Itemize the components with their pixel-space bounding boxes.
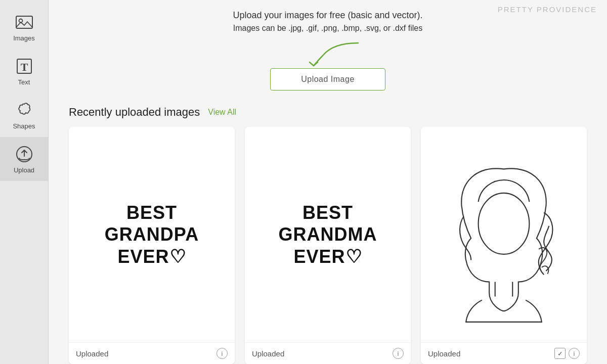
svg-rect-0 xyxy=(16,16,32,28)
card-girl-content xyxy=(421,127,587,342)
text-icon: T xyxy=(14,56,34,76)
brand-name: PRETTY PROVIDENCE xyxy=(498,5,597,14)
arrow-decoration xyxy=(49,38,607,68)
shapes-icon xyxy=(14,100,34,120)
image-card-grandma: BESTGRANDMAEVER♡ Uploaded i xyxy=(245,127,411,364)
sidebar: Images T Text Shapes Upload xyxy=(0,0,49,364)
sidebar-item-images[interactable]: Images xyxy=(0,5,48,49)
view-all-link[interactable]: View All xyxy=(208,108,236,117)
card-grandpa-content: BESTGRANDPAEVER♡ xyxy=(69,127,235,342)
upload-icon xyxy=(14,144,34,164)
card-girl-footer: Uploaded ✓ i xyxy=(421,342,587,364)
grandma-text: BESTGRANDMAEVER♡ xyxy=(279,202,377,267)
girl-svg xyxy=(431,137,577,332)
card-grandma-content: BESTGRANDMAEVER♡ xyxy=(245,127,411,342)
card-girl-footer-icons: ✓ i xyxy=(554,348,580,359)
image-card-girl: Uploaded ✓ i xyxy=(421,127,587,364)
card-grandpa-footer: Uploaded i xyxy=(69,342,235,364)
image-grid: BESTGRANDPAEVER♡ Uploaded i BESTGRANDMAE… xyxy=(49,127,607,364)
card-grandma-status: Uploaded xyxy=(252,349,284,358)
image-card-grandpa: BESTGRANDPAEVER♡ Uploaded i xyxy=(69,127,235,364)
upload-button-container: Upload Image xyxy=(49,68,607,90)
info-icon-grandma[interactable]: i xyxy=(393,348,404,359)
top-banner: PRETTY PROVIDENCE Upload your images for… xyxy=(49,0,607,38)
images-icon xyxy=(14,12,34,32)
main-content: PRETTY PROVIDENCE Upload your images for… xyxy=(49,0,607,364)
svg-text:T: T xyxy=(20,61,28,73)
grandpa-text: BESTGRANDPAEVER♡ xyxy=(105,202,199,267)
sidebar-item-shapes[interactable]: Shapes xyxy=(0,93,48,137)
sidebar-text-label: Text xyxy=(18,78,30,86)
sidebar-images-label: Images xyxy=(13,34,35,42)
info-icon-girl[interactable]: i xyxy=(569,348,580,359)
sidebar-shapes-label: Shapes xyxy=(13,122,35,130)
section-header: Recently uploaded images View All xyxy=(49,101,607,127)
section-title: Recently uploaded images xyxy=(69,106,200,119)
svg-point-5 xyxy=(479,193,530,254)
upload-image-button[interactable]: Upload Image xyxy=(270,68,385,90)
sidebar-upload-label: Upload xyxy=(14,166,34,174)
sidebar-item-upload[interactable]: Upload xyxy=(0,137,48,181)
check-icon-girl[interactable]: ✓ xyxy=(554,348,566,359)
sidebar-item-text[interactable]: T Text xyxy=(0,49,48,93)
subtext: Images can be .jpg, .gif, .png, .bmp, .s… xyxy=(64,24,592,33)
info-icon-grandpa[interactable]: i xyxy=(216,348,228,359)
card-girl-status: Uploaded xyxy=(428,349,460,358)
card-grandpa-status: Uploaded xyxy=(76,349,108,358)
card-grandma-footer: Uploaded i xyxy=(245,342,411,364)
